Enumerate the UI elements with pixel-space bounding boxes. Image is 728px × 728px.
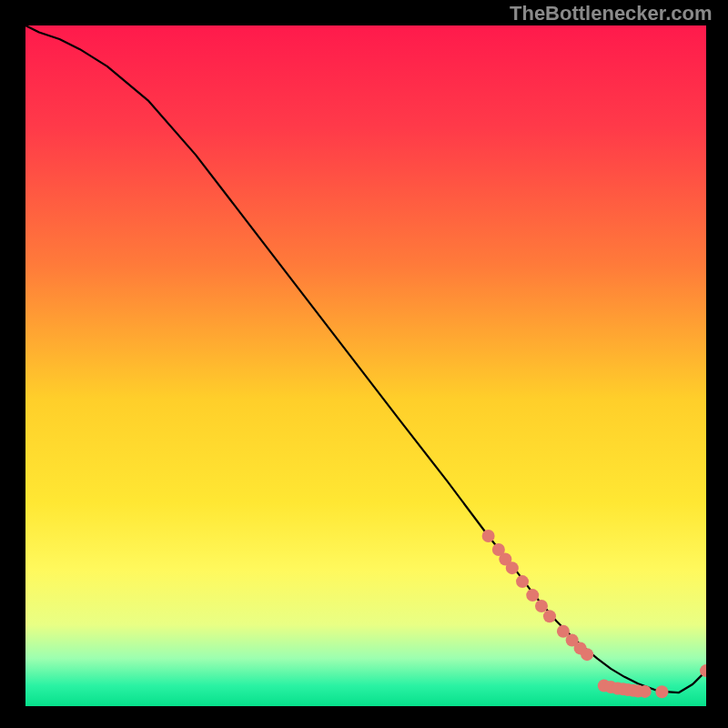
marker-point (535, 600, 548, 612)
marker-point (543, 610, 556, 622)
marker-point (655, 685, 668, 698)
marker-point (526, 589, 539, 602)
chart-svg (25, 25, 706, 706)
gradient-background (25, 25, 706, 706)
marker-point (639, 685, 652, 698)
chart-stage: TheBottlenecker.com (0, 0, 728, 728)
plot-area (25, 25, 706, 706)
marker-point (581, 648, 593, 661)
marker-point (516, 575, 529, 588)
watermark-text: TheBottlenecker.com (510, 2, 713, 25)
marker-point (506, 561, 519, 574)
marker-point (482, 530, 495, 542)
